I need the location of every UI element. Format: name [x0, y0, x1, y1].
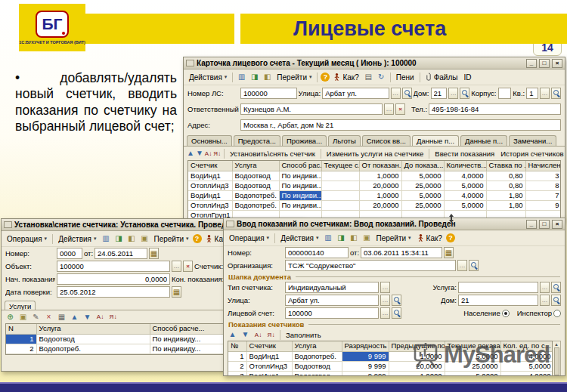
column-header[interactable]: Услуга — [36, 324, 150, 334]
account-input[interactable] — [240, 88, 297, 99]
table-cell[interactable]: 25,0000 — [401, 200, 444, 210]
move-down-icon[interactable]: ▼ — [196, 148, 203, 159]
table-cell[interactable]: Водопотреб. — [232, 200, 279, 210]
copy-icon[interactable]: ▣ — [138, 233, 150, 244]
table-cell[interactable] — [321, 200, 359, 210]
column-header[interactable]: Услуга — [292, 341, 342, 351]
save-icon[interactable]: ▥ — [100, 233, 111, 244]
table-cell[interactable]: Водопотреб. — [36, 344, 150, 353]
table-cell[interactable]: 5,0000 — [401, 190, 444, 200]
operation-menu[interactable]: Операция▾ — [5, 234, 49, 244]
street-input[interactable] — [285, 295, 379, 306]
close-button[interactable]: × — [552, 220, 562, 229]
close-button[interactable]: × — [552, 59, 562, 68]
column-header[interactable]: № — [228, 341, 246, 351]
search-icon[interactable] — [551, 282, 561, 293]
search-icon[interactable] — [469, 260, 479, 271]
search-icon[interactable] — [460, 88, 469, 99]
table-cell[interactable]: 9 999 — [342, 351, 389, 361]
table-cell[interactable] — [321, 171, 359, 181]
table-cell[interactable]: 1,0000 — [359, 190, 401, 200]
table-cell[interactable]: Водоотвод — [292, 361, 342, 371]
column-header[interactable]: Текущее с... — [321, 161, 359, 171]
column-header[interactable]: Ставка по ... — [486, 161, 525, 171]
inspector-radio[interactable] — [553, 310, 561, 317]
service-input[interactable] — [458, 282, 538, 293]
table-cell[interactable]: 0,80 — [486, 171, 525, 181]
ellipsis-button[interactable]: … — [380, 307, 390, 319]
table-cell[interactable]: 0,80 — [486, 181, 525, 190]
maximize-button[interactable]: □ — [539, 59, 550, 68]
column-header[interactable]: От показан... — [359, 161, 401, 171]
how-button[interactable]: Как? — [415, 233, 445, 243]
move-down-icon[interactable]: ▼ — [82, 312, 93, 323]
save-icon[interactable]: ▥ — [322, 233, 333, 243]
ellipsis-button[interactable]: … — [380, 282, 390, 293]
table-cell[interactable]: 5,0000 — [445, 371, 500, 376]
table-cell[interactable]: Водоотвод — [232, 171, 279, 181]
object-input[interactable] — [57, 261, 170, 272]
id-button[interactable]: ID — [461, 73, 473, 82]
tab-uslugi[interactable]: Услуги — [5, 301, 36, 310]
meter-history-button[interactable]: История счетчиков — [498, 150, 565, 158]
column-header[interactable]: Начислен... — [525, 161, 561, 171]
sort-desc-icon[interactable]: Я↓ — [213, 150, 221, 157]
phone-input[interactable] — [429, 103, 561, 115]
sort-desc-icon[interactable]: Я↓ — [107, 313, 119, 320]
peni-button[interactable]: Пени — [394, 73, 417, 82]
enter-readings-button[interactable]: Ввести показания — [432, 150, 497, 158]
operation-menu[interactable]: Операция▾ — [227, 233, 271, 243]
how-button[interactable]: Как? — [331, 72, 361, 82]
table-cell[interactable]: 20,0000 — [359, 200, 401, 210]
table-cell[interactable]: ВодИнд1 — [246, 371, 292, 376]
table-cell[interactable]: Водоотвод — [292, 371, 342, 376]
table-cell[interactable]: 3 — [525, 171, 561, 181]
ellipsis-button[interactable]: … — [391, 88, 401, 99]
column-header[interactable]: Разрядность — [342, 341, 389, 351]
help-icon[interactable]: ? — [321, 73, 330, 82]
table-cell[interactable]: 7 — [525, 190, 561, 200]
ellipsis-button[interactable]: … — [540, 295, 550, 306]
date-input[interactable] — [94, 248, 147, 259]
address-input[interactable] — [240, 119, 561, 131]
table-cell[interactable]: ОтоплИнд3 — [188, 200, 232, 210]
scroll-up-icon[interactable]: ▲ — [554, 342, 559, 347]
add-row-icon[interactable]: ⊕ — [5, 312, 16, 323]
table-cell[interactable]: Водоотвод — [232, 181, 279, 190]
calendar-icon[interactable]: ▦ — [172, 286, 181, 298]
ellipsis-button[interactable]: … — [448, 88, 458, 99]
table-cell[interactable]: По индиви... — [279, 190, 321, 200]
table-cell[interactable]: По индиви... — [279, 181, 321, 190]
search-icon[interactable] — [392, 307, 401, 319]
verify-date-input[interactable] — [57, 286, 170, 298]
calendar-icon[interactable]: ▦ — [444, 247, 454, 258]
table-cell[interactable]: 2 — [228, 361, 246, 371]
table-cell[interactable]: ОтоплИнд3 — [246, 361, 292, 371]
sort-asc-icon[interactable]: А↓ — [205, 150, 212, 157]
actions-menu[interactable]: Действия▾ — [187, 73, 229, 82]
move-down-icon[interactable]: ▼ — [240, 329, 251, 340]
tab-dannye-schetchiki[interactable]: Данные п... — [412, 135, 459, 146]
table-cell[interactable]: По индиви... — [279, 171, 321, 181]
tab-prozhivanie[interactable]: Прожива... — [282, 135, 327, 146]
titlebar[interactable]: Ввод показаний по счетчикам: Ввод показа… — [224, 218, 565, 230]
table-cell[interactable] — [321, 181, 359, 190]
house-input[interactable] — [458, 295, 538, 306]
tab-spisok[interactable]: Список вв... — [362, 135, 411, 146]
minimize-button[interactable]: _ — [526, 59, 537, 68]
number-input[interactable] — [285, 247, 349, 258]
table-cell[interactable]: 1,0000 — [359, 171, 401, 181]
table-cell[interactable] — [321, 190, 359, 200]
install-meter-button[interactable]: Установить\снять счетчик — [228, 150, 318, 158]
ellipsis-button[interactable]: … — [380, 295, 390, 306]
table-cell[interactable]: 20,0000 — [359, 181, 401, 190]
clear-icon[interactable]: × — [183, 261, 193, 272]
table-cell[interactable]: 5,0000 — [401, 171, 444, 181]
table-cell[interactable]: ОтоплИнд3 — [188, 181, 232, 190]
tab-osnovnye[interactable]: Основны... — [187, 135, 232, 146]
goto-menu[interactable]: Перейти▾ — [373, 233, 413, 243]
structure-icon[interactable]: ◧ — [125, 233, 137, 244]
table-cell[interactable]: 1,80 — [486, 190, 525, 200]
fill-button[interactable]: Заполнить — [284, 331, 324, 339]
files-button[interactable]: Файлы — [423, 72, 460, 82]
